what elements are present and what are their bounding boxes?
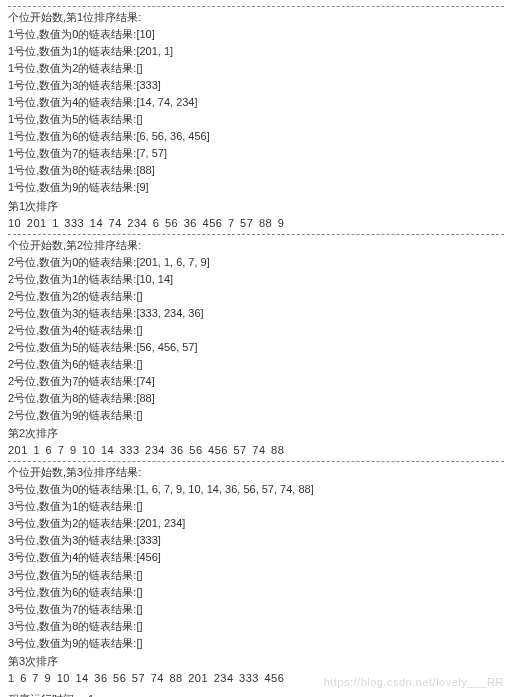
bucket-line: 3号位,数值为1的链表结果:[]: [8, 498, 504, 515]
bucket-middle-label: 号位,数值为: [14, 500, 72, 512]
divider: [8, 6, 504, 7]
bucket-middle-label: 号位,数值为: [14, 603, 72, 615]
bucket-result: [456]: [136, 551, 160, 563]
bucket-line: 1号位,数值为2的链表结果:[]: [8, 60, 504, 77]
bucket-suffix-label: 的链表结果:: [78, 409, 136, 421]
bucket-line: 3号位,数值为5的链表结果:[]: [8, 567, 504, 584]
divider: [8, 234, 504, 235]
bucket-suffix-label: 的链表结果:: [78, 290, 136, 302]
bucket-suffix-label: 的链表结果:: [78, 341, 136, 353]
bucket-result: [14, 74, 234]: [136, 96, 197, 108]
bucket-suffix-label: 的链表结果:: [78, 620, 136, 632]
pass-title: 个位开始数,第3位排序结果:: [8, 464, 504, 481]
bucket-suffix-label: 的链表结果:: [78, 586, 136, 598]
bucket-suffix-label: 的链表结果:: [78, 307, 136, 319]
bucket-result: [201, 1, 6, 7, 9]: [136, 256, 209, 268]
bucket-line: 1号位,数值为3的链表结果:[333]: [8, 77, 504, 94]
bucket-line: 2号位,数值为4的链表结果:[]: [8, 322, 504, 339]
bucket-result: [9]: [136, 181, 148, 193]
bucket-suffix-label: 的链表结果:: [78, 358, 136, 370]
bucket-result: []: [136, 113, 142, 125]
bucket-suffix-label: 的链表结果:: [78, 637, 136, 649]
bucket-result: [7, 57]: [136, 147, 167, 159]
bucket-middle-label: 号位,数值为: [14, 586, 72, 598]
bucket-line: 1号位,数值为8的链表结果:[88]: [8, 162, 504, 179]
bucket-suffix-label: 的链表结果:: [78, 147, 136, 159]
bucket-middle-label: 号位,数值为: [14, 620, 72, 632]
sort-result: 201 1 6 7 9 10 14 333 234 36 56 456 57 7…: [8, 442, 504, 459]
bucket-result: [56, 456, 57]: [136, 341, 197, 353]
bucket-line: 3号位,数值为8的链表结果:[]: [8, 618, 504, 635]
bucket-result: [6, 56, 36, 456]: [136, 130, 209, 142]
bucket-result: []: [136, 620, 142, 632]
bucket-result: [333]: [136, 79, 160, 91]
bucket-line: 3号位,数值为7的链表结果:[]: [8, 601, 504, 618]
bucket-suffix-label: 的链表结果:: [78, 130, 136, 142]
pass-title: 个位开始数,第2位排序结果:: [8, 237, 504, 254]
bucket-line: 2号位,数值为8的链表结果:[88]: [8, 390, 504, 407]
bucket-line: 1号位,数值为5的链表结果:[]: [8, 111, 504, 128]
bucket-result: [10]: [136, 28, 154, 40]
bucket-middle-label: 号位,数值为: [14, 164, 72, 176]
bucket-middle-label: 号位,数值为: [14, 147, 72, 159]
bucket-suffix-label: 的链表结果:: [78, 534, 136, 546]
bucket-suffix-label: 的链表结果:: [78, 113, 136, 125]
bucket-line: 3号位,数值为9的链表结果:[]: [8, 635, 504, 652]
bucket-result: []: [136, 62, 142, 74]
bucket-suffix-label: 的链表结果:: [78, 603, 136, 615]
bucket-result: [88]: [136, 164, 154, 176]
bucket-middle-label: 号位,数值为: [14, 409, 72, 421]
bucket-suffix-label: 的链表结果:: [78, 324, 136, 336]
bucket-result: []: [136, 358, 142, 370]
bucket-result: [10, 14]: [136, 273, 173, 285]
bucket-suffix-label: 的链表结果:: [78, 483, 136, 495]
sort-label: 第3次排序: [8, 653, 504, 670]
bucket-line: 3号位,数值为3的链表结果:[333]: [8, 532, 504, 549]
bucket-middle-label: 号位,数值为: [14, 324, 72, 336]
bucket-line: 2号位,数值为0的链表结果:[201, 1, 6, 7, 9]: [8, 254, 504, 271]
bucket-result: []: [136, 637, 142, 649]
bucket-result: [333]: [136, 534, 160, 546]
bucket-result: [1, 6, 7, 9, 10, 14, 36, 56, 57, 74, 88]: [136, 483, 313, 495]
bucket-line: 1号位,数值为0的链表结果:[10]: [8, 26, 504, 43]
bucket-line: 1号位,数值为1的链表结果:[201, 1]: [8, 43, 504, 60]
output-content: 个位开始数,第1位排序结果:1号位,数值为0的链表结果:[10]1号位,数值为1…: [8, 6, 504, 687]
watermark-text: https://blog.csdn.net/lovely___RR: [324, 674, 504, 691]
bucket-line: 2号位,数值为9的链表结果:[]: [8, 407, 504, 424]
bucket-suffix-label: 的链表结果:: [78, 517, 136, 529]
bucket-result: []: [136, 500, 142, 512]
bucket-line: 1号位,数值为9的链表结果:[9]: [8, 179, 504, 196]
bucket-middle-label: 号位,数值为: [14, 79, 72, 91]
pass-title: 个位开始数,第1位排序结果:: [8, 9, 504, 26]
bucket-suffix-label: 的链表结果:: [78, 375, 136, 387]
bucket-suffix-label: 的链表结果:: [78, 569, 136, 581]
bucket-suffix-label: 的链表结果:: [78, 28, 136, 40]
bucket-suffix-label: 的链表结果:: [78, 45, 136, 57]
bucket-suffix-label: 的链表结果:: [78, 181, 136, 193]
bucket-suffix-label: 的链表结果:: [78, 79, 136, 91]
bucket-result: [333, 234, 36]: [136, 307, 203, 319]
bucket-result: []: [136, 409, 142, 421]
bucket-suffix-label: 的链表结果:: [78, 96, 136, 108]
bucket-result: [201, 234]: [136, 517, 185, 529]
bucket-middle-label: 号位,数值为: [14, 290, 72, 302]
sort-label: 第1次排序: [8, 198, 504, 215]
bucket-result: []: [136, 586, 142, 598]
bucket-suffix-label: 的链表结果:: [78, 500, 136, 512]
runtime-line: 程序运行时间： 1ms: [8, 691, 504, 697]
bucket-line: 2号位,数值为6的链表结果:[]: [8, 356, 504, 373]
divider: [8, 461, 504, 462]
bucket-suffix-label: 的链表结果:: [78, 62, 136, 74]
bucket-line: 2号位,数值为3的链表结果:[333, 234, 36]: [8, 305, 504, 322]
bucket-result: []: [136, 290, 142, 302]
runtime-label: 程序运行时间：: [8, 693, 85, 697]
bucket-result: []: [136, 324, 142, 336]
bucket-middle-label: 号位,数值为: [14, 551, 72, 563]
bucket-line: 1号位,数值为7的链表结果:[7, 57]: [8, 145, 504, 162]
bucket-middle-label: 号位,数值为: [14, 569, 72, 581]
bucket-result: [74]: [136, 375, 154, 387]
bucket-result: []: [136, 603, 142, 615]
bucket-line: 2号位,数值为2的链表结果:[]: [8, 288, 504, 305]
bucket-middle-label: 号位,数值为: [14, 392, 72, 404]
bucket-middle-label: 号位,数值为: [14, 181, 72, 193]
